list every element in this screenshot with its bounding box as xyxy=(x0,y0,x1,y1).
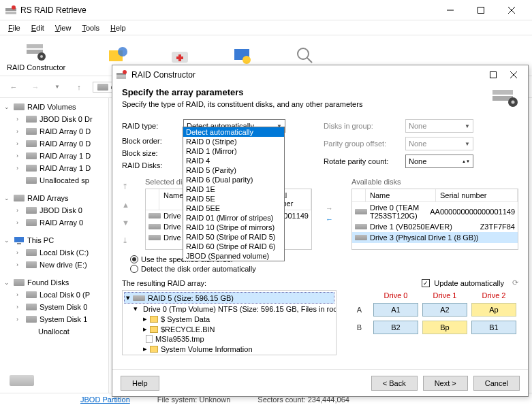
tree-volume-item[interactable]: Unallocated sp xyxy=(0,174,108,187)
selection-disk-icon xyxy=(10,375,34,386)
move-bottom-icon[interactable]: ⤓ xyxy=(122,236,131,245)
dialog-close[interactable] xyxy=(503,65,524,84)
block-order-label: Block order: xyxy=(122,137,183,145)
raid-disks-label: RAID Disks: xyxy=(122,161,183,169)
dialog-maximize[interactable] xyxy=(483,65,503,84)
nav-history[interactable]: ▼ xyxy=(49,79,65,95)
tree-array-item[interactable]: ›JBOD Disk 0 xyxy=(0,204,108,216)
dropdown-option[interactable]: RAID 5E xyxy=(183,194,284,204)
dropdown-option[interactable]: RAID 50 (Stripe of RAID 5) xyxy=(183,232,284,242)
tree-pc-item[interactable]: ›New drive (E:) xyxy=(0,259,108,271)
stripe-layout: Drive 0Drive 1Drive 2 A A1 A2 Ap B B2 Bp… xyxy=(347,290,518,355)
dropdown-option[interactable]: RAID 0 (Stripe) xyxy=(183,137,284,146)
dropdown-option[interactable]: RAID 01 (Mirror of stripes) xyxy=(183,213,284,223)
block-size-label: Block size: xyxy=(122,149,183,157)
radio-auto-order[interactable]: Detect the disk order automatically xyxy=(130,265,518,273)
svg-rect-4 xyxy=(478,7,484,13)
tree-found-item[interactable]: ›Local Disk 0 (P xyxy=(0,289,108,301)
move-right-icon[interactable]: → xyxy=(326,204,338,212)
medkit-icon xyxy=(169,45,191,67)
dropdown-option[interactable]: RAID 5 (Parity) xyxy=(183,165,284,175)
dropdown-option[interactable]: RAID 60 (Stripe of RAID 6) xyxy=(183,242,284,251)
menu-file[interactable]: File xyxy=(3,22,26,33)
tree-array-item[interactable]: ›RAID Array 0 xyxy=(0,216,108,229)
disk-icon xyxy=(97,84,108,91)
tree-unallocated[interactable]: Unallocat xyxy=(0,325,108,338)
tree-this-pc[interactable]: ⌄This PC xyxy=(0,234,108,246)
menubar: File Edit View Tools Help xyxy=(0,20,532,35)
list-item: Drive 0 (TEAM T253ST120G)AA0000000000000… xyxy=(352,202,518,221)
app-icon xyxy=(5,5,16,16)
refresh-icon[interactable]: ⟳ xyxy=(512,278,518,287)
wizard-icon xyxy=(106,45,128,67)
tree-found-disks[interactable]: ⌄Found Disks xyxy=(0,276,108,289)
dropdown-option[interactable]: RAID 4 xyxy=(183,156,284,165)
move-up-icon[interactable]: ▲ xyxy=(122,201,131,209)
svg-rect-23 xyxy=(116,76,126,79)
toolbar-search-button[interactable] xyxy=(294,45,316,67)
tree-volume-item[interactable]: ›RAID Array 0 D xyxy=(0,137,108,150)
tree-raid-arrays[interactable]: ⌄RAID Arrays xyxy=(0,192,108,204)
disks-in-group-combo[interactable]: None▼ xyxy=(405,119,473,133)
minimize-button[interactable] xyxy=(435,1,465,20)
move-left-icon[interactable]: ← xyxy=(326,215,338,223)
tree-volume-item[interactable]: ›JBOD Disk 0 Dr xyxy=(0,113,108,125)
dialog-header-icon xyxy=(491,87,518,108)
svg-point-31 xyxy=(512,101,515,104)
move-down-icon[interactable]: ▼ xyxy=(122,218,131,227)
tree-found-item[interactable]: ›System Disk 0 xyxy=(0,301,108,313)
toolbar-wizard-button[interactable] xyxy=(106,45,128,67)
next-button[interactable]: Next > xyxy=(423,376,468,391)
dropdown-option[interactable]: JBOD (Spanned volume) xyxy=(183,251,284,261)
svg-rect-1 xyxy=(5,12,16,14)
toolbar-monitor-button[interactable] xyxy=(232,45,253,67)
svg-rect-20 xyxy=(14,237,24,242)
cancel-button[interactable]: Cancel xyxy=(473,376,520,391)
menu-help[interactable]: Help xyxy=(105,22,131,33)
help-button[interactable]: Help xyxy=(121,376,159,391)
raid-type-dropdown[interactable]: Detect automatically RAID 0 (Stripe) RAI… xyxy=(183,127,285,261)
tree-found-item[interactable]: ›System Disk 1 xyxy=(0,313,108,325)
tree-node: ▸System Volume Information xyxy=(124,344,334,354)
rotate-parity-combo[interactable]: None▲▼ xyxy=(405,155,473,168)
svg-point-18 xyxy=(298,48,309,59)
dropdown-option[interactable]: RAID 1E xyxy=(183,184,284,194)
raid-constructor-button[interactable]: RAID Constructor xyxy=(7,40,65,71)
update-auto-label: Update automatically xyxy=(434,279,504,287)
parity-offset-combo[interactable]: None▼ xyxy=(405,137,473,150)
dropdown-option[interactable]: RAID 6 (Dual parity) xyxy=(183,175,284,184)
reorder-controls: ⤒ ▲ ▼ ⤓ xyxy=(122,178,131,250)
raid-constructor-label: RAID Constructor xyxy=(7,63,65,71)
maximize-button[interactable] xyxy=(465,1,496,20)
available-disks-list[interactable]: NameSerial number Drive 0 (TEAM T253ST12… xyxy=(351,189,518,250)
toolbar-medkit-button[interactable] xyxy=(169,45,191,67)
nav-up[interactable]: ↑ xyxy=(71,79,87,95)
monitor-key-icon xyxy=(232,45,253,67)
tree-volume-item[interactable]: ›RAID Array 0 D xyxy=(0,125,108,137)
nav-forward[interactable]: → xyxy=(27,79,44,95)
sidebar: ⌄RAID Volumes ›JBOD Disk 0 Dr ›RAID Arra… xyxy=(0,98,109,393)
tree-raid-volumes[interactable]: ⌄RAID Volumes xyxy=(0,101,108,113)
dropdown-option[interactable]: Detect automatically xyxy=(183,127,284,137)
result-tree[interactable]: ▾RAID 5 (Size: 596.15 GB) ▾Drive 0 (Tmp … xyxy=(122,290,337,355)
tree-volume-item[interactable]: ›RAID Array 1 D xyxy=(0,150,108,162)
tree-pc-item[interactable]: ›Local Disk (C:) xyxy=(0,246,108,259)
resulting-array-label: The resulting RAID array: xyxy=(122,279,206,287)
pc-icon xyxy=(14,236,25,244)
svg-point-12 xyxy=(118,47,127,56)
menu-view[interactable]: View xyxy=(50,22,77,33)
svg-point-2 xyxy=(12,5,16,10)
dropdown-option[interactable]: RAID 5EE xyxy=(183,204,284,213)
menu-tools[interactable]: Tools xyxy=(76,22,105,33)
dropdown-option[interactable]: RAID 1 (Mirror) xyxy=(183,146,284,156)
dropdown-option[interactable]: RAID 10 (Stripe of mirrors) xyxy=(183,223,284,232)
back-button[interactable]: < Back xyxy=(371,376,418,391)
disks-in-group-label: Disks in group: xyxy=(324,122,405,130)
update-auto-checkbox[interactable]: ✓ xyxy=(422,279,430,287)
nav-back[interactable]: ← xyxy=(5,79,22,95)
tree-volume-item[interactable]: ›RAID Array 1 D xyxy=(0,162,108,174)
move-top-icon[interactable]: ⤒ xyxy=(122,182,131,191)
rotate-parity-label: Rotate parity count: xyxy=(324,157,405,165)
menu-edit[interactable]: Edit xyxy=(26,22,50,33)
close-button[interactable] xyxy=(496,1,527,20)
